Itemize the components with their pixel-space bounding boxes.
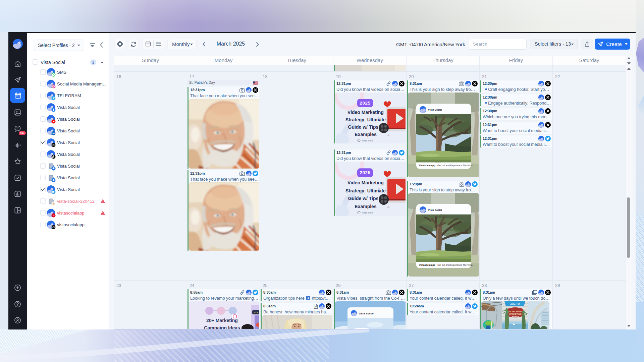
svg-text:Examples: Examples bbox=[355, 203, 376, 209]
svg-text:Get out and Experience The Vis: Get out and Experience The Vista bbox=[437, 164, 473, 167]
svg-text:..ME TO: ..ME TO bbox=[510, 302, 520, 305]
svg-text:P: P bbox=[53, 214, 55, 217]
svg-text:WORLD: WORLD bbox=[512, 315, 519, 317]
svg-text:Get out and Experience The Vis: Get out and Experience The Vista bbox=[437, 264, 473, 266]
svg-text:Read more: Read more bbox=[362, 139, 373, 142]
svg-text:Vista Social: Vista Social bbox=[359, 312, 374, 315]
svg-text:Strategy: Ultimate: Strategy: Ultimate bbox=[345, 117, 386, 122]
svg-text:Guide w/ Tips &: Guide w/ Tips & bbox=[348, 124, 383, 130]
svg-text:Vista Social: Vista Social bbox=[428, 108, 442, 111]
svg-text:in: in bbox=[52, 132, 55, 135]
svg-text:Vistasocialapp: Vistasocialapp bbox=[419, 264, 435, 266]
svg-text:Vistasocialapp: Vistasocialapp bbox=[419, 164, 435, 167]
svg-text:i: i bbox=[359, 212, 359, 214]
svg-text:MARKETING: MARKETING bbox=[509, 313, 522, 315]
svg-text:Examples: Examples bbox=[355, 132, 377, 137]
svg-text:SOCIAL MEDIA: SOCIAL MEDIA bbox=[508, 310, 523, 312]
svg-text:Video Marketing: Video Marketing bbox=[347, 110, 384, 115]
svg-text:Read more: Read more bbox=[362, 212, 373, 214]
svg-text:Guide w/ Tips &: Guide w/ Tips & bbox=[348, 196, 383, 201]
svg-text:@: @ bbox=[52, 226, 55, 229]
svg-text:20+ Marketing: 20+ Marketing bbox=[206, 318, 238, 323]
svg-text:2025: 2025 bbox=[360, 101, 370, 106]
svg-text:i: i bbox=[359, 140, 359, 142]
svg-text:2025: 2025 bbox=[360, 170, 370, 176]
svg-text:Vista Social: Vista Social bbox=[428, 208, 442, 212]
svg-text:Strategy: Ultimate: Strategy: Ultimate bbox=[345, 188, 386, 193]
svg-text:Video Marketing: Video Marketing bbox=[347, 180, 384, 186]
